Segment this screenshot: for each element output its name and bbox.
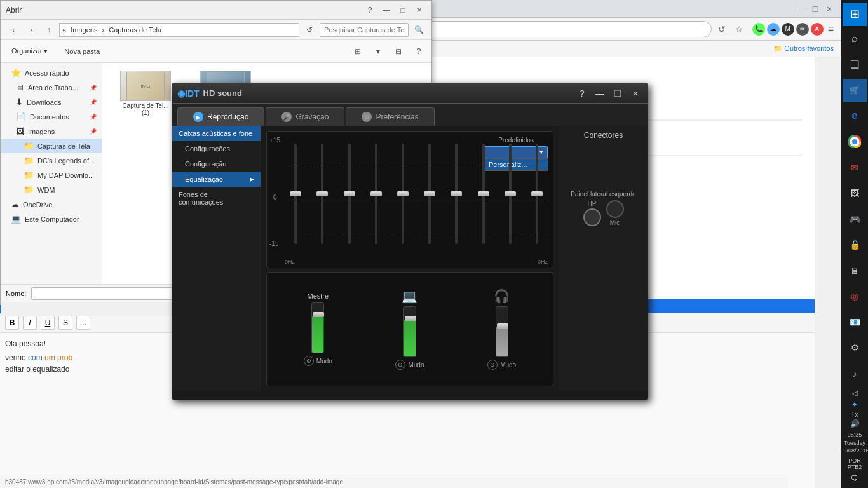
vpn-icon[interactable]: 🔒 <box>843 233 867 257</box>
mail-icon[interactable]: ✉ <box>843 156 867 179</box>
tab-gravacao[interactable]: 🎤 Gravação <box>266 107 344 126</box>
tab-preferencias[interactable]: ⚙ Preferências <box>346 107 434 126</box>
headphones-mute-button[interactable]: ⊙ Mudo <box>487 360 516 370</box>
clock: 05:35 Tuesday 09/08/2016 <box>840 431 868 455</box>
fe-maximize-button[interactable]: □ <box>396 3 410 17</box>
fe-search-input[interactable] <box>320 23 409 37</box>
fe-path-images[interactable]: Imagens <box>68 26 100 34</box>
fe-view-toggle[interactable]: ▾ <box>370 44 386 59</box>
italic-button[interactable]: I <box>23 316 37 330</box>
headphones-thumb[interactable] <box>497 323 508 329</box>
lineout-thumb[interactable] <box>405 316 416 321</box>
bookmark-button[interactable]: ☆ <box>732 22 747 37</box>
fe-preview-button[interactable]: ⊟ <box>391 44 406 59</box>
task-view-icon[interactable]: ❑ <box>843 53 867 76</box>
more-button[interactable]: … <box>76 316 90 330</box>
sidebar-item-wdm[interactable]: 📁 WDM <box>1 182 102 197</box>
eq-slider-8[interactable] <box>472 138 494 250</box>
headphones-slider-track[interactable] <box>496 306 508 357</box>
lineout-slider-track[interactable] <box>403 306 416 357</box>
windows-button[interactable]: ⊞ <box>843 3 867 26</box>
equalizer-area: 🎵 Predefinidos ▾ Personaliz... +15 0 -15 <box>266 131 553 268</box>
sidebar-item-mydap[interactable]: 📁 My DAP Downlo... <box>1 168 102 182</box>
taskbar: ⊞ ⌕ ❑ 🛒 e ✉ 🖼 🎮 🔒 🖥 ◎ 📧 ⚙ ♪ ◁ ✦ Tx 🔊 05:… <box>841 0 868 488</box>
ext-icon-4[interactable]: ✏ <box>796 23 809 36</box>
monitor-icon[interactable]: 🖥 <box>843 259 867 282</box>
fe-close-button[interactable]: × <box>412 3 426 17</box>
steam-icon[interactable]: 🎮 <box>843 207 867 231</box>
fe-refresh-button[interactable]: ↺ <box>302 22 317 37</box>
browser-menu[interactable]: ≡ <box>825 24 836 35</box>
eq-slider-9[interactable] <box>499 138 521 250</box>
sidebar-item-access[interactable]: ⭐ Acesso rápido <box>1 65 102 80</box>
eq-slider-1[interactable] <box>285 138 306 250</box>
ext-icon-2[interactable]: ☁ <box>767 23 780 36</box>
browser-close[interactable]: × <box>822 2 836 16</box>
eq-slider-7[interactable] <box>445 138 467 250</box>
edge-icon[interactable]: e <box>843 104 867 128</box>
notification-btn[interactable]: ◁ <box>852 389 858 398</box>
master-slider-track[interactable] <box>311 302 324 353</box>
fe-view-button[interactable]: ⊞ <box>350 44 365 59</box>
strikethrough-button[interactable]: S <box>58 316 72 330</box>
fe-help-button[interactable]: ? <box>363 3 377 17</box>
sidebar-item-images[interactable]: 🖼 Imagens 📌 <box>1 124 102 139</box>
eq-slider-5[interactable] <box>392 138 414 250</box>
sidebar-item-documents[interactable]: 📄 Documentos 📌 <box>1 109 102 124</box>
chrome-icon[interactable] <box>843 130 867 154</box>
tab-reproducao[interactable]: ▶ Reprodução <box>177 107 264 126</box>
chrome2-icon[interactable]: ◎ <box>843 285 867 308</box>
eq-slider-4[interactable] <box>365 138 387 250</box>
idt-minimize-button[interactable]: — <box>593 86 607 100</box>
settings-icon[interactable]: ⚙ <box>843 336 867 360</box>
sidebar-item-desktop[interactable]: 🖥 Área de Traba... 📌 <box>1 80 102 95</box>
eq-slider-6[interactable] <box>419 138 440 250</box>
outlook-icon[interactable]: 📧 <box>843 311 867 334</box>
fe-forward-button[interactable]: › <box>24 22 39 37</box>
lineout-mute-button[interactable]: ⊙ Mudo <box>395 360 424 370</box>
idt-restore-button[interactable]: ❐ <box>611 86 625 100</box>
ext-icon-1[interactable]: 📞 <box>752 23 765 36</box>
fe-back-button[interactable]: ‹ <box>6 22 21 37</box>
refresh-button[interactable]: ↺ <box>714 22 729 37</box>
menu-configuracoes[interactable]: Configurações <box>172 141 261 156</box>
underline-button[interactable]: U <box>41 316 55 330</box>
organizar-button[interactable]: Organizar ▾ <box>6 44 53 58</box>
music-icon[interactable]: ♪ <box>843 362 867 386</box>
browser-maximize[interactable]: □ <box>808 2 822 16</box>
menu-fones[interactable]: Fones de comunicações <box>172 187 261 210</box>
master-thumb[interactable] <box>313 312 324 317</box>
store-icon[interactable]: 🛒 <box>843 79 867 102</box>
fe-path-capturas[interactable]: Capturas de Tela <box>106 26 164 34</box>
sidebar-item-dc[interactable]: 📁 DC's Legends of... <box>1 153 102 168</box>
preferencias-tab-icon: ⚙ <box>362 112 372 122</box>
fe-up-button[interactable]: ↑ <box>41 22 57 37</box>
eq-slider-10[interactable] <box>526 138 548 250</box>
browser-minimize[interactable]: — <box>794 2 808 16</box>
fe-minimize-button[interactable]: — <box>379 3 393 17</box>
menu-equalizacao[interactable]: Equalização ▶ <box>172 172 261 187</box>
idt-help-button[interactable]: ? <box>575 86 589 100</box>
search-taskbar-icon[interactable]: ⌕ <box>843 27 867 51</box>
sidebar-item-capturas[interactable]: 📁 Capturas de Tela <box>1 139 102 153</box>
bold-button[interactable]: B <box>5 316 19 330</box>
volume-icon[interactable]: 🔊 <box>850 419 860 428</box>
nova-pasta-button[interactable]: Nova pasta <box>58 44 105 58</box>
idt-close-button[interactable]: × <box>628 86 642 100</box>
eq-slider-2[interactable] <box>311 138 333 250</box>
menu-configuracao[interactable]: Configuração <box>172 156 261 172</box>
sidebar-item-downloads[interactable]: ⬇ Downloads 📌 <box>1 95 102 109</box>
fe-search-button[interactable]: 🔍 <box>411 22 426 37</box>
ext-icon-3[interactable]: M <box>782 23 794 36</box>
eq-slider-3[interactable] <box>338 138 360 250</box>
action-center-btn[interactable]: 🗨 <box>851 474 858 483</box>
photo-icon[interactable]: 🖼 <box>843 182 867 205</box>
master-mute-button[interactable]: ⊙ Mudo <box>304 356 332 366</box>
sidebar-item-onedrive[interactable]: ☁ OneDrive <box>1 197 102 212</box>
sidebar-item-computer[interactable]: 💻 Este Computador <box>1 212 102 226</box>
fe-help-toolbar-button[interactable]: ? <box>411 44 426 59</box>
idt-titlebar: ◉IDT HD sound ? — ❐ × <box>172 83 648 104</box>
bookmarks-folder[interactable]: 📁 Outros favoritos <box>771 43 836 54</box>
ext-icon-5[interactable]: A <box>811 23 824 36</box>
menu-caixas[interactable]: Caixas acústicas e fone <box>172 126 261 141</box>
